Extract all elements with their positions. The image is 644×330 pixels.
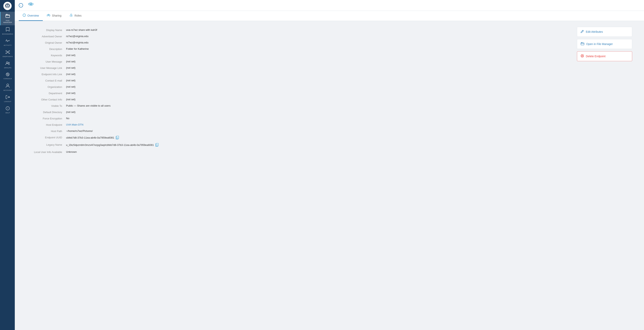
- detail-row: Default Directory (not set): [26, 109, 569, 115]
- tab-label-roles: Roles: [74, 14, 82, 17]
- svg-line-47: [582, 31, 583, 31]
- detail-label-13: Default Directory: [26, 111, 66, 114]
- tab-sharing[interactable]: Sharing: [43, 11, 65, 21]
- detail-label-6: User Message Link: [26, 66, 66, 70]
- header-title-area: [28, 3, 36, 8]
- edit-attributes-label: Edit Attributes: [586, 30, 603, 33]
- logout-icon: [6, 95, 10, 100]
- edit-attributes-icon: [581, 30, 584, 34]
- sidebar-item-file-manager[interactable]: FILE MANAGER: [0, 12, 15, 25]
- sidebar-label-help: HELP: [6, 112, 10, 114]
- breadcrumb-back-link[interactable]: ←: [19, 3, 24, 8]
- sidebar-item-help[interactable]: ? HELP: [0, 104, 15, 116]
- svg-rect-38: [116, 136, 119, 139]
- sidebar-item-account[interactable]: ACCOUNT: [0, 82, 15, 93]
- svg-point-14: [8, 62, 10, 63]
- activity-icon: [6, 39, 10, 44]
- app-logo[interactable]: [3, 2, 12, 10]
- detail-value-3: Folder for Katherine: [66, 47, 569, 50]
- sidebar-label-account: ACCOUNT: [3, 89, 12, 91]
- detail-label-11: Other Contact Info: [26, 98, 66, 101]
- sidebar-item-logout[interactable]: LOGOUT: [0, 93, 15, 104]
- detail-label-17: Endpoint UUID: [26, 136, 66, 139]
- sidebar-item-bookmarks[interactable]: BOOKMARKS: [0, 25, 15, 37]
- detail-value-1: rs7wz@virginia.edu: [66, 35, 569, 38]
- detail-value-link-15[interactable]: UVA Main-DTN: [66, 123, 569, 126]
- svg-rect-48: [581, 43, 584, 45]
- sidebar-item-groups[interactable]: GROUPS: [0, 59, 15, 71]
- svg-point-5: [6, 51, 6, 51]
- detail-row: Contact E-mail (not set): [26, 77, 569, 84]
- detail-label-8: Contact E-mail: [26, 79, 66, 82]
- svg-point-8: [9, 53, 10, 54]
- sidebar-label-console: CONSOLE: [4, 78, 12, 80]
- tab-overview[interactable]: i Overview: [19, 11, 43, 21]
- detail-row: Legacy Name u_l2kz5dpzmbhr3mzvl47ezpg3aq…: [26, 142, 569, 149]
- delete-endpoint-button[interactable]: Delete Endpoint: [577, 51, 632, 61]
- overview-tab-icon: i: [23, 14, 26, 18]
- detail-value-16: ~/home/rs7wz/Pictures/: [66, 130, 569, 132]
- detail-label-3: Description: [26, 47, 66, 51]
- detail-value-4: (not set): [66, 54, 569, 57]
- open-file-manager-label: Open in File Manager: [586, 43, 613, 46]
- detail-label-12: Visible To: [26, 104, 66, 107]
- svg-rect-43: [156, 143, 158, 146]
- open-file-manager-button[interactable]: Open in File Manager: [577, 39, 632, 49]
- account-icon: [6, 84, 10, 89]
- sidebar-label-activity: ACTIVITY: [4, 44, 12, 46]
- tab-roles[interactable]: Roles: [66, 11, 86, 21]
- back-icon: ←: [19, 3, 23, 8]
- endpoint-icon: [28, 3, 34, 8]
- bookmarks-icon: [6, 27, 10, 33]
- content-area: Display Name uva-rs7wz share with kah3f …: [15, 21, 644, 330]
- svg-point-6: [9, 51, 10, 51]
- detail-value-19: Unknown: [66, 150, 569, 153]
- detail-value-12: Public — Shares are visible to all users: [66, 104, 569, 107]
- details-table: Display Name uva-rs7wz share with kah3f …: [26, 27, 569, 324]
- delete-endpoint-label: Delete Endpoint: [586, 55, 606, 58]
- svg-line-11: [6, 53, 7, 53]
- roles-tab-icon: [70, 14, 73, 18]
- sidebar: FILE MANAGER BOOKMARKS ACTIVITY ENDPOINT…: [0, 0, 15, 330]
- svg-point-7: [6, 53, 6, 54]
- breadcrumb: ←: [19, 3, 36, 8]
- copy-icon-18[interactable]: [156, 143, 158, 147]
- detail-row: Host Endpoint UVA Main-DTN: [26, 122, 569, 128]
- detail-value-5: (not set): [66, 60, 569, 63]
- svg-line-12: [8, 53, 9, 53]
- detail-row: Description Folder for Katherine: [26, 46, 569, 52]
- sidebar-item-endpoints[interactable]: ENDPOINTS: [0, 48, 15, 59]
- sidebar-item-activity[interactable]: ACTIVITY: [0, 37, 15, 48]
- detail-value-2: rs7wz@virginia.edu: [66, 41, 569, 44]
- edit-attributes-button[interactable]: Edit Attributes: [577, 27, 632, 37]
- detail-row: Display Name uva-rs7wz share with kah3f: [26, 27, 569, 33]
- svg-point-18: [7, 84, 9, 86]
- file-manager-icon: [6, 14, 10, 19]
- detail-label-2: Original Owner: [26, 41, 66, 44]
- detail-row: Organization (not set): [26, 84, 569, 90]
- sidebar-logo: [0, 0, 15, 12]
- detail-row: Endpoint UUID cbfeb7d8-37b3-11ea-ab4b-0a…: [26, 134, 569, 142]
- svg-text:i: i: [24, 14, 25, 16]
- detail-label-19: Local User Info Available: [26, 150, 66, 154]
- detail-label-10: Department: [26, 92, 66, 95]
- detail-label-5: User Message: [26, 60, 66, 63]
- detail-row: Local User Info Available Unknown: [26, 149, 569, 155]
- detail-label-15: Host Endpoint: [26, 123, 66, 126]
- svg-point-2: [7, 5, 8, 6]
- sidebar-label-bookmarks: BOOKMARKS: [2, 33, 13, 35]
- svg-rect-3: [6, 15, 10, 18]
- detail-label-9: Organization: [26, 85, 66, 88]
- main-content: ← i: [15, 0, 644, 330]
- copy-icon-17[interactable]: [116, 136, 119, 140]
- sidebar-item-console[interactable]: CONSOLE: [0, 71, 15, 82]
- detail-value-11: (not set): [66, 98, 569, 101]
- delete-endpoint-icon: [581, 54, 584, 58]
- sharing-tab-icon: [47, 14, 50, 18]
- detail-row: User Message Link (not set): [26, 65, 569, 71]
- svg-point-32: [49, 15, 50, 16]
- detail-label-16: Host Path: [26, 130, 66, 133]
- svg-line-9: [6, 51, 7, 52]
- tabs-bar: i Overview Sharing Roles: [15, 11, 644, 21]
- detail-label-1: Advertised Owner: [26, 35, 66, 38]
